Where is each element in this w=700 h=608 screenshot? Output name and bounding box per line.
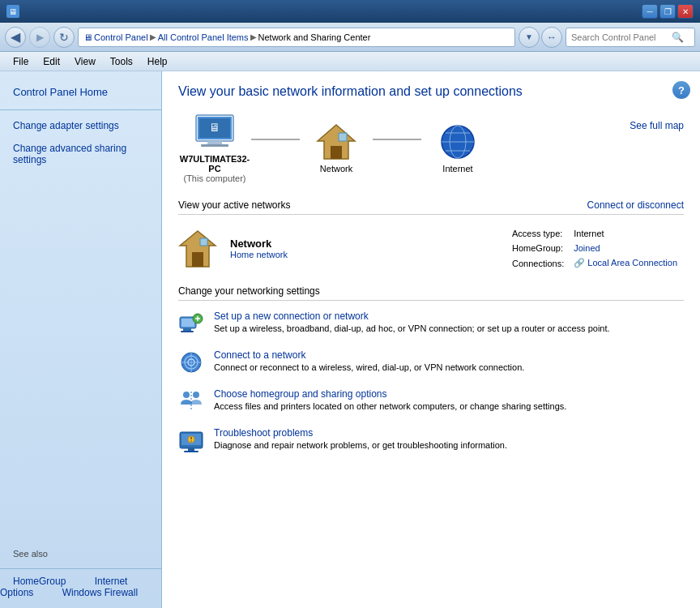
svg-rect-7 <box>331 146 342 159</box>
computer-icon: 🖥 <box>192 112 237 152</box>
settings-desc-1: Connect or reconnect to a wireless, wire… <box>214 362 524 372</box>
settings-desc-2: Access files and printers located on oth… <box>214 401 566 411</box>
network-label: Network <box>320 164 352 173</box>
main-layout: Control Panel Home Change adapter settin… <box>0 71 700 608</box>
see-also-divider <box>0 568 161 569</box>
menu-view[interactable]: View <box>68 54 102 69</box>
svg-rect-2 <box>207 141 222 144</box>
minimize-button[interactable]: ─ <box>642 4 658 19</box>
menu-file[interactable]: File <box>6 54 35 69</box>
page-title: View your basic network information and … <box>178 84 684 99</box>
menu-edit[interactable]: Edit <box>36 54 66 69</box>
address-bar: ◀ ▶ ↻ 🖥 Control Panel ▶ All Control Pane… <box>0 23 700 52</box>
close-button[interactable]: ✕ <box>677 4 694 19</box>
network-type-link[interactable]: Home network <box>230 250 288 259</box>
svg-point-29 <box>183 392 190 398</box>
settings-title-1[interactable]: Connect to a network <box>214 349 524 361</box>
see-also-section: See also HomeGroup Internet Options Wind… <box>0 536 161 598</box>
diagram-node-computer: 🖥 W7ULTIMATE32-PC(This computer) <box>178 112 251 183</box>
access-type-value: Internet <box>570 228 681 239</box>
active-networks-header: View your active networks Connect or dis… <box>178 199 684 215</box>
svg-rect-20 <box>181 331 194 332</box>
diagram-node-internet: Internet <box>421 122 494 173</box>
settings-item-0: Set up a new connection or network Set u… <box>178 310 684 336</box>
sidebar-change-adapter[interactable]: Change adapter settings <box>0 117 161 135</box>
diagram-nodes: 🖥 W7ULTIMATE32-PC(This computer) <box>178 112 494 183</box>
help-button[interactable]: ? <box>672 81 690 99</box>
window-icon: 🖥 <box>6 5 19 18</box>
active-network-icon <box>178 229 217 268</box>
breadcrumb-icon: 🖥 <box>83 32 92 42</box>
network-house-icon <box>314 122 359 162</box>
settings-title-2[interactable]: Choose homegroup and sharing options <box>214 388 566 400</box>
network-name: Network <box>230 238 288 250</box>
internet-label: Internet <box>442 164 472 173</box>
settings-text-0: Set up a new connection or network Set u… <box>214 310 610 333</box>
menu-tools[interactable]: Tools <box>104 54 139 69</box>
line-2 <box>373 139 421 140</box>
sidebar: Control Panel Home Change adapter settin… <box>0 71 162 608</box>
settings-desc-0: Set up a wireless, broadband, dial-up, a… <box>214 323 610 333</box>
new-connection-icon <box>178 310 204 336</box>
settings-text-2: Choose homegroup and sharing options Acc… <box>214 388 566 411</box>
svg-rect-35 <box>184 451 198 452</box>
homegroup-row: HomeGroup: Joined <box>509 242 681 254</box>
forward-button[interactable]: ▶ <box>29 27 50 48</box>
internet-icon <box>435 122 480 162</box>
breadcrumb-current: Network and Sharing Center <box>258 32 371 42</box>
access-type-row: Access type: Internet <box>509 228 681 239</box>
homegroup-settings-icon <box>178 388 204 414</box>
network-details: Access type: Internet HomeGroup: Joined … <box>506 225 684 272</box>
restore-button[interactable]: ❐ <box>659 4 676 19</box>
sidebar-change-advanced[interactable]: Change advanced sharing settings <box>0 139 161 169</box>
address-bar-controls: ▼ ↔ <box>519 27 562 48</box>
connect-disconnect-link[interactable]: Connect or disconnect <box>587 199 684 211</box>
see-also-label: See also <box>0 546 161 562</box>
sidebar-control-panel-home[interactable]: Control Panel Home <box>0 81 161 103</box>
networking-settings: Change your networking settings Set <box>178 285 684 453</box>
homegroup-label: HomeGroup: <box>509 242 567 254</box>
svg-rect-16 <box>200 238 207 246</box>
active-network: Network Home network Access type: Intern… <box>178 225 684 272</box>
svg-rect-19 <box>183 328 191 331</box>
connection-icon: 🔗 <box>574 258 585 268</box>
connect-network-icon <box>178 349 204 375</box>
see-full-map-link[interactable]: See full map <box>613 112 684 131</box>
title-bar-left: 🖥 <box>6 5 19 18</box>
settings-item-2: Choose homegroup and sharing options Acc… <box>178 388 684 414</box>
back-button[interactable]: ◀ <box>5 27 26 48</box>
dropdown-button[interactable]: ▼ <box>519 27 540 48</box>
settings-desc-3: Diagnose and repair network problems, or… <box>214 440 507 450</box>
content-area: ? View your basic network information an… <box>162 71 700 608</box>
settings-text-1: Connect to a network Connect or reconnec… <box>214 349 524 372</box>
svg-rect-18 <box>181 319 194 327</box>
breadcrumb-control-panel[interactable]: Control Panel <box>94 32 148 42</box>
svg-point-30 <box>193 392 199 398</box>
search-icon[interactable]: 🔍 <box>672 32 684 43</box>
settings-item-3: Troubleshoot problems Diagnose and repai… <box>178 427 684 453</box>
connection-link[interactable]: Local Area Connection <box>587 258 677 268</box>
connections-row: Connections: 🔗 Local Area Connection <box>509 257 681 269</box>
settings-title-0[interactable]: Set up a new connection or network <box>214 310 610 322</box>
settings-item-1: Connect to a network Connect or reconnec… <box>178 349 684 375</box>
menu-help[interactable]: Help <box>141 54 174 69</box>
settings-title-3[interactable]: Troubleshoot problems <box>214 427 507 439</box>
refresh-button[interactable]: ↻ <box>53 27 75 48</box>
homegroup-value[interactable]: Joined <box>570 242 681 254</box>
connections-label: Connections: <box>509 257 567 269</box>
sidebar-divider <box>0 109 161 110</box>
title-bar-buttons: ─ ❐ ✕ <box>642 4 694 19</box>
sidebar-windows-firewall[interactable]: Windows Firewall <box>49 584 151 602</box>
network-diagram: 🖥 W7ULTIMATE32-PC(This computer) <box>178 112 684 183</box>
svg-text:🖥: 🖥 <box>209 121 220 134</box>
svg-rect-8 <box>339 133 347 141</box>
breadcrumb[interactable]: 🖥 Control Panel ▶ All Control Panel Item… <box>78 28 515 47</box>
menu-bar: File Edit View Tools Help <box>0 52 700 71</box>
active-networks-label: View your active networks <box>178 199 291 211</box>
previous-locations-button[interactable]: ↔ <box>541 27 562 48</box>
search-input[interactable] <box>571 32 668 42</box>
breadcrumb-all-items[interactable]: All Control Panel Items <box>158 32 249 42</box>
svg-rect-3 <box>201 144 228 147</box>
line-1 <box>251 139 300 140</box>
connections-value[interactable]: 🔗 Local Area Connection <box>570 257 681 269</box>
